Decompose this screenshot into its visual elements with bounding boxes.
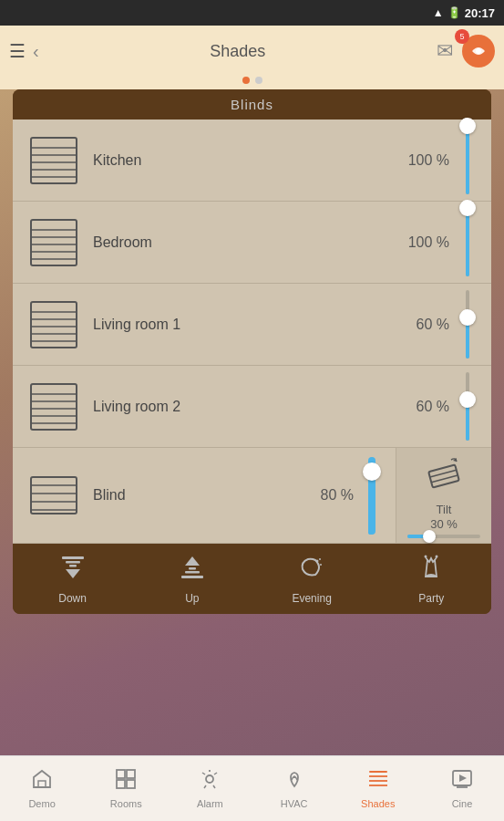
status-icons: ▲ 🔋 20:17	[433, 6, 495, 20]
blind-row-left: Blind 80 %	[13, 448, 396, 543]
svg-rect-49	[117, 770, 125, 778]
tilt-text: Tilt30 %	[430, 503, 458, 531]
table-row: Kitchen 100 %	[13, 120, 491, 202]
nav-label-shades: Shades	[361, 798, 395, 809]
nav-item-rooms[interactable]: Rooms	[84, 756, 168, 821]
up-label: Up	[185, 592, 199, 605]
hvac-icon	[283, 768, 305, 795]
nav-label-hvac: HVAC	[281, 798, 308, 809]
bottom-nav: Demo Rooms Alarm HVAC Shades Cine	[0, 755, 504, 821]
nav-item-alarm[interactable]: Alarm	[168, 756, 252, 821]
party-label: Party	[418, 592, 444, 605]
svg-point-0	[476, 48, 481, 54]
top-nav-right: 5 ✉	[437, 35, 495, 68]
home-icon	[31, 768, 53, 795]
page-dots	[0, 77, 504, 89]
svg-rect-34	[66, 561, 80, 564]
dot-2[interactable]	[255, 77, 262, 84]
status-time: 20:17	[465, 6, 495, 20]
nav-item-cine[interactable]: Cine	[420, 756, 504, 821]
shades-nav-icon	[367, 768, 389, 795]
blind-name-kitchen: Kitchen	[86, 152, 399, 169]
blind-icon-kitchen	[22, 130, 86, 190]
svg-rect-40	[181, 576, 203, 578]
blind-icon-blind	[22, 466, 86, 525]
rooms-icon	[115, 768, 137, 795]
party-button[interactable]: Party	[399, 553, 463, 605]
nav-label-alarm: Alarm	[197, 798, 223, 809]
svg-rect-35	[69, 565, 77, 567]
svg-point-47	[436, 556, 438, 558]
blind-icon-bedroom	[22, 213, 86, 272]
blind-name-living2: Living room 2	[86, 399, 399, 415]
blind-name-living1: Living room 1	[86, 317, 399, 333]
blind-percent-living1: 60 %	[399, 317, 449, 333]
hamburger-icon[interactable]: ☰	[9, 40, 26, 62]
svg-point-53	[206, 775, 213, 783]
slider-living2[interactable]	[457, 372, 478, 441]
tilt-label: Tilt30 %	[430, 503, 458, 531]
nav-item-hvac[interactable]: HVAC	[252, 756, 336, 821]
top-nav-left: ☰ ‹	[9, 40, 39, 62]
blind-icon-living1	[22, 295, 86, 354]
table-row: Living room 1 60 %	[13, 284, 491, 366]
blind-name-bedroom: Bedroom	[86, 234, 399, 251]
svg-line-55	[214, 773, 217, 774]
nav-item-shades[interactable]: Shades	[336, 756, 420, 821]
card-header: Blinds	[13, 89, 491, 120]
blind-icon-living2	[22, 377, 86, 436]
main-card: Blinds Kitchen 100 %	[13, 89, 491, 614]
svg-rect-25	[31, 477, 77, 514]
down-button[interactable]: Down	[41, 553, 105, 605]
svg-point-41	[316, 560, 319, 563]
evening-icon	[297, 553, 326, 588]
down-icon	[58, 553, 87, 588]
up-icon	[178, 553, 207, 588]
slider-kitchen[interactable]	[457, 126, 478, 194]
blind-percent-blind: 80 %	[303, 487, 354, 504]
svg-rect-38	[189, 567, 196, 570]
svg-rect-39	[185, 571, 200, 574]
mail-badge: 5	[455, 29, 469, 44]
blind-list: Kitchen 100 % Bedroo	[13, 120, 491, 544]
svg-line-56	[202, 773, 205, 774]
blind-percent-living2: 60 %	[399, 399, 449, 415]
evening-button[interactable]: Evening	[280, 553, 344, 605]
slider-living1[interactable]	[457, 290, 478, 359]
table-row: Living room 2 60 %	[13, 366, 491, 448]
tilt-icon	[426, 454, 462, 497]
svg-rect-51	[117, 780, 125, 788]
wifi-icon: ▲	[433, 6, 444, 19]
action-bar: Down Up Evening	[13, 544, 491, 614]
svg-rect-57	[369, 771, 387, 773]
up-button[interactable]: Up	[160, 553, 224, 605]
nav-label-rooms: Rooms	[110, 798, 142, 809]
svg-rect-50	[127, 770, 135, 778]
alarm-icon	[199, 768, 221, 795]
status-bar: ▲ 🔋 20:17	[0, 0, 504, 26]
svg-point-43	[319, 558, 321, 560]
svg-marker-36	[66, 569, 80, 578]
blind-percent-bedroom: 100 %	[399, 234, 449, 251]
svg-rect-52	[127, 780, 135, 788]
back-icon[interactable]: ‹	[33, 41, 39, 62]
nav-label-demo: Demo	[28, 798, 55, 809]
tilt-panel: Tilt30 %	[396, 448, 491, 543]
table-row-special: Blind 80 %	[13, 448, 491, 544]
page-title: Shades	[39, 42, 437, 61]
party-icon	[417, 553, 446, 588]
top-nav: ☰ ‹ Shades 5 ✉	[0, 26, 504, 77]
nav-label-cine: Cine	[452, 798, 473, 809]
slider-blind[interactable]	[361, 457, 383, 535]
svg-marker-62	[459, 774, 467, 782]
svg-point-46	[425, 556, 427, 558]
slider-bedroom[interactable]	[457, 208, 478, 276]
nav-item-demo[interactable]: Demo	[0, 756, 84, 821]
blind-percent-kitchen: 100 %	[399, 152, 449, 169]
svg-point-42	[320, 564, 322, 566]
svg-marker-37	[185, 556, 200, 566]
dot-1[interactable]	[242, 77, 250, 84]
battery-icon: 🔋	[447, 6, 461, 19]
mail-icon[interactable]: ✉	[437, 39, 453, 63]
blind-name-blind: Blind	[86, 487, 303, 504]
